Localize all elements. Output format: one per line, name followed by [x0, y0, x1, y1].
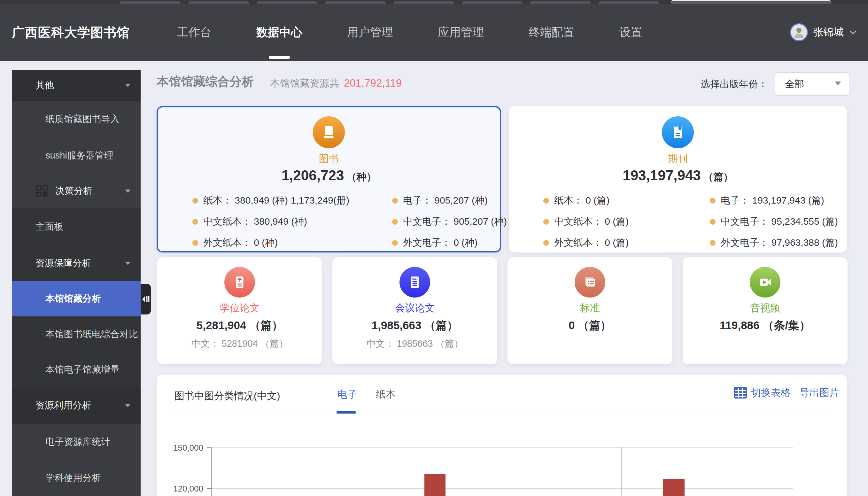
- table-icon: [734, 387, 747, 399]
- stat-right-1: 中文电子： 95,234,555 (篇): [667, 215, 838, 228]
- bullet-dot-icon: [392, 198, 398, 204]
- user-name: 张锦城: [813, 25, 844, 39]
- stat-text: 中文电子： 905,207 (种): [403, 215, 507, 228]
- stat-text: 外文电子： 0 (种): [403, 236, 478, 249]
- chevron-down-icon: [125, 261, 131, 266]
- mini-card-conference-papers[interactable]: MEET 会议论文1,985,663 （篇）中文： 1985663 （篇）: [332, 257, 497, 364]
- sidebar-item-label: 主面板: [35, 220, 63, 233]
- sidebar-item-label: 纸质馆藏图书导入: [45, 113, 120, 126]
- chart-tab-paper[interactable]: 纸本: [376, 388, 396, 401]
- stat-text: 外文纸本： 0 (种): [203, 236, 278, 249]
- summary-card-books[interactable]: 图书1,206,723（种）纸本： 380,949 (种) 1,173,249(…: [157, 106, 501, 252]
- stat-left-1: 中文纸本： 380,949 (种): [192, 215, 349, 228]
- sidebar-item-other[interactable]: 其他: [12, 70, 141, 101]
- browser-tab-active[interactable]: [671, 0, 831, 4]
- mini-card-standards[interactable]: 标准0 （篇）: [508, 257, 672, 364]
- browser-tab[interactable]: [530, 1, 591, 4]
- summary-card-journals[interactable]: 期刊193,197,943（篇）纸本： 0 (篇)电子： 193,197,943…: [509, 106, 847, 252]
- stat-left-0: 纸本： 0 (篇): [543, 194, 667, 207]
- sidebar-item-label: 本馆馆藏分析: [45, 292, 101, 305]
- card-title: 音视频: [683, 301, 848, 315]
- nav-item-label: 设置: [619, 25, 642, 40]
- sidebar-item-library-collection-analysis[interactable]: 本馆馆藏分析: [12, 281, 141, 316]
- stat-text: 纸本： 0 (篇): [554, 194, 609, 207]
- card-count-unit: （种）: [346, 171, 376, 183]
- y-tick-label: 120,000: [173, 484, 203, 494]
- sidebar-item-resource-guarantee-analysis[interactable]: 资源保障分析: [12, 245, 141, 281]
- stat-left-2: 外文纸本： 0 (篇): [543, 236, 667, 249]
- bullet-dot-icon: [192, 198, 198, 204]
- card-sub-stat: 中文： 1985663 （篇）: [332, 338, 497, 350]
- sidebar-item-resource-usage-analysis[interactable]: 资源利用分析: [12, 387, 141, 424]
- chart-action-switch-table[interactable]: 切换表格: [734, 386, 791, 400]
- chart-title: 图书中图分类情况(中文): [174, 389, 280, 403]
- collection-total-label: 本馆馆藏资源共: [270, 77, 339, 90]
- sidebar-item-paper-electronic-comparison[interactable]: 本馆图书纸电综合对比: [12, 316, 141, 352]
- stat-right-2: 外文电子： 0 (种): [349, 236, 507, 249]
- browser-tab[interactable]: [599, 1, 659, 4]
- publish-year-select[interactable]: 全部: [775, 72, 850, 96]
- bullet-dot-icon: [710, 240, 716, 246]
- sidebar-item-label: 电子资源库统计: [45, 436, 110, 448]
- gridline-150000: [211, 447, 793, 448]
- card-count-value: 1,206,723: [282, 168, 344, 183]
- browser-tab[interactable]: [325, 1, 386, 4]
- chart-tab-electronic[interactable]: 电子: [338, 388, 357, 401]
- decision-analysis-icon: [35, 185, 48, 198]
- chart-action-export-image[interactable]: 导出图片: [800, 386, 839, 400]
- nav-item-user-management[interactable]: 用户管理: [347, 4, 393, 61]
- y-tick-mark: [207, 447, 211, 448]
- chevron-down-icon: [125, 83, 131, 88]
- nav-item-settings[interactable]: 设置: [619, 4, 642, 61]
- card-stats: 纸本： 0 (篇)电子： 193,197,943 (篇)中文纸本： 0 (篇)中…: [509, 194, 847, 249]
- sidebar-item-eresource-db-stats[interactable]: 电子资源库统计: [12, 424, 141, 460]
- sidebar-item-paper-collection-import[interactable]: 纸质馆藏图书导入: [12, 101, 141, 137]
- card-count: 119,886 （条/集）: [683, 318, 848, 333]
- standard-icon: [575, 267, 605, 297]
- bar-0: [424, 474, 446, 496]
- collapse-sidebar-icon: [142, 295, 150, 303]
- avatar[interactable]: [790, 23, 808, 41]
- card-count: 1,206,723（种）: [158, 168, 500, 184]
- gridline-120000: [211, 488, 793, 489]
- sidebar-item-subject-usage-analysis[interactable]: 学科使用分析: [12, 460, 141, 496]
- stat-right-2: 外文电子： 97,963,388 (篇): [667, 236, 838, 249]
- browser-tab[interactable]: [393, 1, 454, 4]
- browser-tab[interactable]: [120, 1, 181, 4]
- chart-action-label: 切换表格: [751, 386, 791, 400]
- y-tick-label: 150,000: [173, 443, 203, 453]
- mini-card-audio-video[interactable]: 音视频119,886 （条/集）: [683, 257, 848, 364]
- svg-text:MEET: MEET: [412, 278, 418, 280]
- nav-item-app-management[interactable]: 应用管理: [438, 4, 484, 61]
- mini-card-theses[interactable]: 学位论文5,281,904 （篇）中文： 5281904 （篇）: [157, 257, 322, 364]
- card-title: 学位论文: [157, 301, 322, 315]
- card-count: 5,281,904 （篇）: [157, 318, 322, 333]
- sidebar-collapse-handle[interactable]: [141, 284, 151, 314]
- publish-year-value: 全部: [785, 78, 804, 91]
- stat-text: 电子： 193,197,943 (篇): [721, 194, 824, 207]
- nav-item-terminal-config[interactable]: 终端配置: [529, 4, 575, 61]
- stat-text: 外文电子： 97,963,388 (篇): [721, 236, 838, 249]
- video-icon: [750, 267, 780, 297]
- thesis-icon: [224, 267, 255, 297]
- sidebar-item-label: sushi服务器管理: [45, 149, 113, 162]
- browser-tab[interactable]: [462, 1, 523, 4]
- app-logo: 广西医科大学图书馆: [12, 4, 130, 61]
- sidebar-item-main-dashboard[interactable]: 主面板: [12, 208, 141, 245]
- stat-text: 中文纸本： 380,949 (种): [203, 215, 307, 228]
- screen: 广西医科大学图书馆 工作台数据中心用户管理应用管理终端配置设置 张锦城 其他纸质…: [0, 0, 868, 496]
- y-axis-line: [211, 447, 212, 496]
- bullet-dot-icon: [543, 219, 549, 225]
- sidebar-item-decision-analysis[interactable]: 决策分析: [12, 174, 141, 208]
- sidebar-item-label: 本馆图书纸电综合对比: [45, 328, 138, 341]
- sidebar-item-electronic-collection-increment[interactable]: 本馆电子馆藏增量: [12, 352, 141, 387]
- clc-chart-card: 图书中图分类情况(中文) 电子纸本 切换表格导出图片 150,000 120,0…: [157, 375, 847, 496]
- user-menu[interactable]: 张锦城: [790, 4, 857, 61]
- nav-item-data-center[interactable]: 数据中心: [256, 4, 302, 61]
- nav-item-workbench[interactable]: 工作台: [177, 4, 212, 61]
- conference-icon: MEET: [400, 267, 430, 297]
- browser-tab[interactable]: [188, 1, 249, 4]
- browser-tab[interactable]: [257, 1, 317, 4]
- sidebar-item-sushi-server-management[interactable]: sushi服务器管理: [12, 137, 141, 174]
- chevron-down-icon: [125, 189, 131, 193]
